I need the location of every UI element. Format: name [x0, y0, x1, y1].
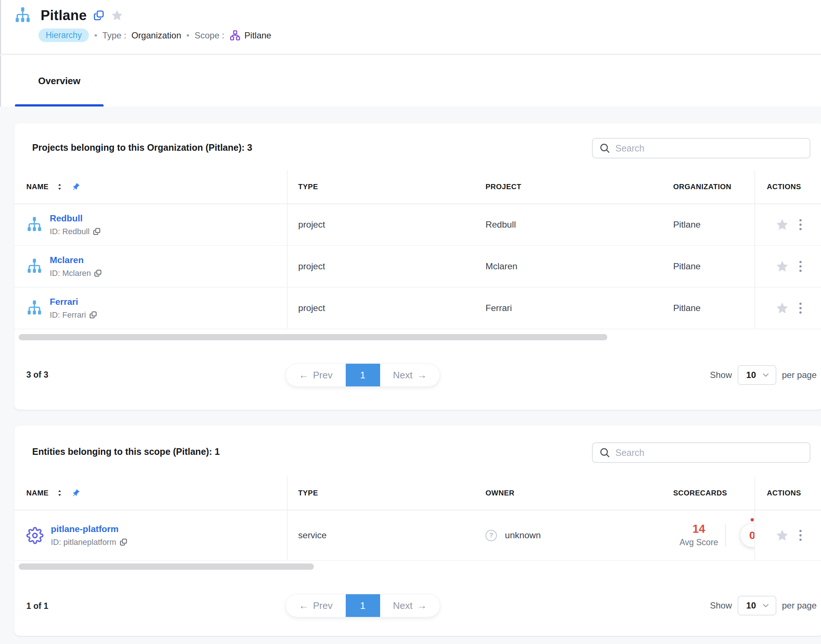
favorite-star-icon[interactable]	[111, 9, 123, 21]
scorecards-cell: 14 Avg Score 0	[669, 511, 754, 560]
column-header-owner: OWNER	[482, 477, 669, 510]
horizontal-scrollbar[interactable]	[19, 334, 607, 340]
type-cell: service	[298, 530, 327, 540]
page-size-select[interactable]: 10	[738, 596, 777, 615]
row-kebab-icon[interactable]	[798, 218, 803, 231]
page-number-button[interactable]: 1	[346, 594, 380, 617]
entities-search	[592, 442, 810, 463]
row-star-icon[interactable]	[776, 218, 789, 231]
hierarchy-icon	[26, 258, 43, 275]
row-star-icon[interactable]	[776, 302, 789, 315]
horizontal-scrollbar[interactable]	[19, 563, 314, 570]
search-icon	[599, 447, 610, 458]
column-header-type: TYPE	[288, 170, 482, 204]
entities-section-title: Entities belonging to this scope (Pitlan…	[32, 446, 220, 457]
table-row: Redbull ID: Redbull project Redbull Pitl…	[14, 204, 821, 246]
column-header-actions: ACTIONS	[754, 170, 821, 204]
project-cell: Mclaren	[486, 261, 517, 271]
entity-link[interactable]: Ferrari	[50, 297, 97, 307]
column-header-actions: ACTIONS	[754, 477, 821, 510]
separator-dot: •	[186, 31, 189, 41]
project-cell: Ferrari	[486, 303, 512, 313]
row-kebab-icon[interactable]	[798, 302, 803, 314]
avg-score-label: Avg Score	[673, 538, 725, 547]
hierarchy-badge: Hierarchy	[38, 29, 89, 42]
sort-icon[interactable]	[57, 183, 63, 191]
search-icon	[599, 143, 610, 154]
entity-link[interactable]: Mclaren	[50, 255, 102, 265]
page-size-control: Show 10 per page	[710, 595, 817, 616]
entity-id: ID: Mclaren	[50, 268, 91, 278]
entity-id: ID: Redbull	[50, 227, 90, 236]
breadcrumb: Hierarchy • Type : Organization • Scope …	[38, 29, 821, 42]
pin-icon[interactable]	[71, 489, 80, 498]
owner-cell: ? unknown	[486, 530, 541, 541]
projects-table: NAME TYPE PROJECT ORGANIZATION	[14, 170, 821, 329]
pin-icon[interactable]	[71, 182, 80, 192]
copy-id-icon[interactable]	[89, 311, 97, 319]
row-star-icon[interactable]	[776, 529, 789, 542]
tab-bar: Overview	[0, 55, 821, 106]
copy-id-icon[interactable]	[93, 228, 101, 235]
copy-title-icon[interactable]	[93, 10, 104, 21]
scorecard-progress-dot	[751, 518, 754, 521]
table-row: Mclaren ID: Mclaren project Mclaren Pitl…	[14, 246, 821, 288]
per-page-label: per page	[782, 601, 816, 611]
chevron-down-icon	[762, 371, 770, 379]
scope-label: Scope :	[195, 31, 224, 41]
copy-id-icon[interactable]	[119, 538, 127, 546]
prev-page-button[interactable]: ← Prev	[286, 364, 346, 386]
column-header-organization: ORGANIZATION	[669, 170, 754, 204]
type-cell: project	[298, 303, 325, 313]
hierarchy-icon	[26, 299, 43, 317]
avg-score-value: 14	[673, 523, 725, 535]
per-page-label: per page	[782, 370, 816, 380]
organization-cell: Pitlane	[673, 303, 701, 313]
tab-overview[interactable]: Overview	[15, 55, 104, 106]
copy-id-icon[interactable]	[94, 269, 102, 277]
entities-search-input[interactable]	[616, 448, 803, 458]
row-star-icon[interactable]	[776, 260, 789, 273]
scope-org-icon	[230, 30, 241, 41]
entity-id: ID: pitlaneplatform	[51, 538, 116, 547]
projects-search-input[interactable]	[616, 143, 803, 154]
entity-link[interactable]: pitlane-platform	[51, 524, 127, 534]
hierarchy-icon	[14, 6, 31, 25]
table-row: Ferrari ID: Ferrari project Ferrari Pitl…	[14, 288, 821, 329]
table-row: pitlane-platform ID: pitlaneplatform ser…	[14, 511, 821, 561]
projects-section-title: Projects belonging to this Organization …	[32, 143, 252, 153]
row-kebab-icon[interactable]	[798, 529, 803, 541]
page-size-control: Show 10 per page	[710, 365, 817, 386]
row-kebab-icon[interactable]	[798, 260, 803, 273]
row-count: 1 of 1	[26, 601, 48, 611]
column-header-name: NAME	[14, 170, 288, 204]
entity-link[interactable]: Redbull	[50, 213, 101, 224]
scope-value: Pitlane	[244, 31, 271, 41]
column-header-scorecards: SCORECARDS	[669, 477, 754, 510]
organization-cell: Pitlane	[673, 219, 701, 230]
prev-page-button[interactable]: ← Prev	[286, 594, 346, 617]
show-label: Show	[710, 370, 732, 380]
next-page-button[interactable]: Next →	[380, 364, 440, 386]
arrow-left-icon: ←	[299, 370, 309, 381]
arrow-left-icon: ←	[299, 600, 309, 612]
type-cell: project	[298, 261, 325, 271]
column-header-name: NAME	[14, 477, 288, 510]
entities-card: Entities belonging to this scope (Pitlan…	[14, 426, 821, 636]
pagination: ← Prev 1 Next →	[285, 594, 440, 617]
sort-icon[interactable]	[57, 489, 63, 497]
organization-cell: Pitlane	[673, 261, 701, 271]
next-page-button[interactable]: Next →	[380, 594, 440, 617]
scorecard-badge[interactable]: 0	[740, 524, 754, 547]
projects-search	[592, 138, 810, 158]
page-size-select[interactable]: 10	[738, 365, 777, 385]
question-circle-icon: ?	[486, 530, 497, 541]
separator-dot: •	[94, 31, 97, 41]
type-cell: project	[298, 219, 325, 230]
page-number-button[interactable]: 1	[346, 364, 380, 386]
show-label: Show	[710, 601, 732, 611]
pagination: ← Prev 1 Next →	[285, 363, 440, 387]
hierarchy-icon	[26, 216, 43, 233]
gear-icon	[26, 527, 44, 544]
projects-card: Projects belonging to this Organization …	[14, 123, 821, 410]
